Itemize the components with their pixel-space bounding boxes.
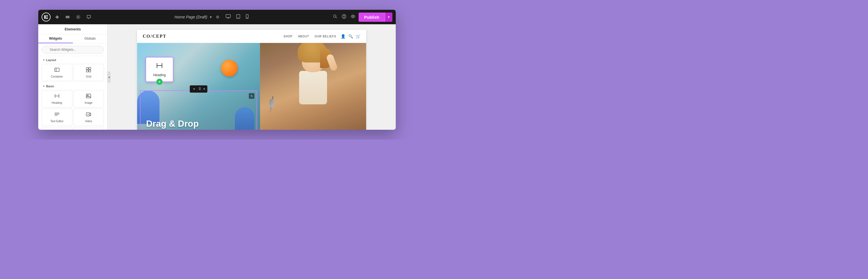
- drag-drop-text: Drag & Drop: [146, 118, 198, 129]
- basic-arrow-icon: ▼: [43, 85, 45, 88]
- container-label: Container: [51, 75, 63, 78]
- widget-image[interactable]: Image: [73, 90, 104, 107]
- toolbar-right: Publish ▾: [332, 12, 393, 22]
- viewport-icons: [224, 13, 250, 21]
- svg-point-15: [344, 17, 344, 18]
- panel-toggle-button[interactable]: ◀: [107, 71, 111, 82]
- video-widget-label: Video: [85, 120, 92, 123]
- panel-header: Elements: [38, 24, 107, 34]
- svg-point-7: [78, 16, 79, 18]
- publish-group: Publish ▾: [359, 12, 393, 22]
- svg-rect-8: [226, 14, 230, 18]
- feather-decoration: [270, 96, 273, 113]
- svg-rect-6: [66, 18, 69, 18]
- tab-globals[interactable]: Globals: [73, 34, 107, 43]
- site-content: Heading + + ⠿ × Drag & Drop ✎: [137, 43, 366, 130]
- settings-panel-button[interactable]: [74, 13, 83, 21]
- nav-about[interactable]: ABOUT: [298, 35, 309, 38]
- page-dropdown-arrow[interactable]: ▾: [210, 15, 211, 19]
- help-button[interactable]: [341, 13, 347, 21]
- widget-divider[interactable]: Divider: [73, 127, 104, 130]
- comments-button[interactable]: [85, 13, 93, 21]
- tablet-view-button[interactable]: [235, 13, 242, 21]
- container-icon: [54, 67, 60, 74]
- elementor-logo[interactable]: [41, 12, 51, 22]
- user-icon[interactable]: 👤: [341, 34, 345, 38]
- heading-popup-add-button[interactable]: +: [156, 79, 162, 85]
- drag-drop-edit-button[interactable]: ✎: [249, 93, 254, 99]
- page-settings-icon[interactable]: ⚙: [216, 15, 219, 19]
- text-editor-widget-label: Text Editor: [50, 120, 63, 123]
- layers-button[interactable]: [63, 13, 72, 21]
- woman-body: [299, 71, 327, 104]
- search-input[interactable]: [41, 46, 104, 54]
- content-left: Heading + + ⠿ × Drag & Drop ✎: [137, 43, 260, 130]
- widget-text-editor[interactable]: Text Editor: [41, 108, 72, 126]
- woman-face: [302, 46, 324, 72]
- image-widget-icon: [86, 93, 91, 100]
- image-widget-label: Image: [85, 101, 92, 104]
- add-element-button[interactable]: ✚: [53, 13, 61, 21]
- nav-beliefs[interactable]: OUR BELIEFS: [315, 35, 336, 38]
- site-nav-links: SHOP ABOUT OUR BELIEFS: [283, 35, 336, 38]
- text-editor-widget-icon: [54, 112, 60, 118]
- left-panel: Elements Widgets Globals 🔍 ▼ Layout: [38, 24, 107, 130]
- cart-search-icon[interactable]: 🔍: [348, 34, 353, 38]
- tab-widgets[interactable]: Widgets: [38, 34, 73, 43]
- basic-section-header: ▼ Basic: [38, 82, 107, 89]
- page-title: Home Page (Draft) ▾: [175, 15, 211, 19]
- page-canvas: CO/CEPT SHOP ABOUT OUR BELIEFS 👤 🔍 🛒: [137, 30, 366, 130]
- svg-rect-17: [55, 68, 59, 71]
- section-add-button[interactable]: +: [192, 86, 196, 92]
- heading-widget-icon: [54, 93, 60, 100]
- nav-shop[interactable]: SHOP: [283, 35, 292, 38]
- widget-container[interactable]: Container: [41, 64, 72, 81]
- video-widget-icon: [86, 112, 91, 118]
- svg-rect-0: [44, 15, 46, 19]
- svg-rect-3: [46, 18, 48, 19]
- heading-widget-label: Heading: [52, 101, 62, 104]
- woman-figure: [291, 46, 335, 124]
- publish-dropdown-button[interactable]: ▾: [385, 12, 393, 22]
- heading-popup-label: Heading: [153, 73, 166, 77]
- site-nav: CO/CEPT SHOP ABOUT OUR BELIEFS 👤 🔍 🛒: [137, 30, 366, 43]
- panel-title: Elements: [43, 27, 103, 31]
- publish-button[interactable]: Publish: [359, 12, 385, 22]
- top-toolbar: ✚ Home Page: [38, 10, 396, 24]
- editor-container: ✚ Home Page: [38, 10, 396, 130]
- heading-popup-icon: [156, 62, 163, 71]
- site-nav-icons: 👤 🔍 🛒: [341, 34, 361, 38]
- svg-rect-22: [89, 70, 91, 72]
- preview-button[interactable]: [350, 13, 356, 21]
- section-drag-handle[interactable]: ⠿: [197, 86, 202, 92]
- widget-button[interactable]: Button: [41, 127, 72, 130]
- site-logo: CO/CEPT: [143, 34, 166, 39]
- widget-heading[interactable]: Heading: [41, 90, 72, 107]
- layout-widget-grid: Container Grid: [38, 63, 107, 82]
- widget-video[interactable]: Video: [73, 108, 104, 126]
- search-button[interactable]: [332, 13, 339, 21]
- drag-drop-section[interactable]: + ⠿ × Drag & Drop ✎: [140, 91, 257, 130]
- svg-rect-21: [86, 70, 88, 72]
- section-close-button[interactable]: ×: [203, 87, 205, 91]
- grid-icon: [86, 67, 91, 74]
- layout-section-header: ▼ Layout: [38, 56, 107, 63]
- canvas-area: ◀ CO/CEPT SHOP ABOUT OUR BELIEFS 👤 🔍 🛒: [107, 24, 396, 130]
- svg-rect-2: [46, 16, 48, 17]
- svg-point-10: [238, 18, 239, 18]
- heading-widget-popup: Heading +: [146, 57, 174, 82]
- svg-rect-4: [66, 16, 69, 16]
- svg-rect-23: [86, 94, 91, 98]
- svg-point-12: [247, 18, 247, 18]
- desktop-view-button[interactable]: [224, 13, 232, 21]
- cart-icon[interactable]: 🛒: [356, 34, 361, 38]
- widget-grid-item[interactable]: Grid: [73, 64, 104, 81]
- grid-label: Grid: [86, 75, 91, 78]
- basic-widget-grid: Heading Image: [38, 89, 107, 130]
- main-area: Elements Widgets Globals 🔍 ▼ Layout: [38, 24, 396, 130]
- svg-rect-1: [46, 15, 48, 16]
- svg-rect-19: [86, 68, 88, 69]
- mobile-view-button[interactable]: [244, 13, 250, 21]
- layout-arrow-icon: ▼: [43, 59, 45, 61]
- toolbar-center: Home Page (Draft) ▾ ⚙: [93, 13, 332, 21]
